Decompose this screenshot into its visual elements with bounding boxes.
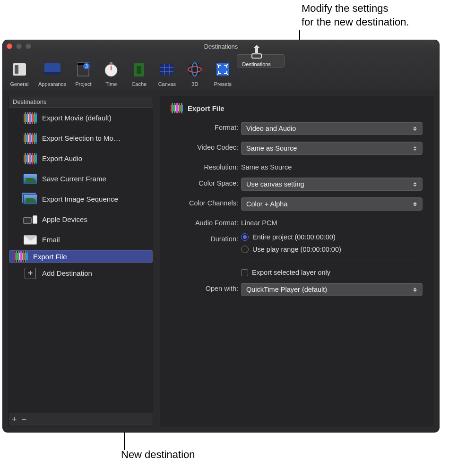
- tab-cache[interactable]: Cache: [125, 54, 153, 90]
- window-controls: [7, 43, 31, 49]
- sidebar-item-label: Export Movie (default): [42, 114, 112, 122]
- tab-presets[interactable]: Presets: [209, 54, 236, 90]
- select-value: QuickTime Player (default): [246, 286, 327, 293]
- sidebar-item-save-frame[interactable]: Save Current Frame: [9, 169, 153, 189]
- callout-new-destination: New destination: [121, 449, 195, 461]
- film-icon: [23, 112, 37, 124]
- switch-icon: [7, 60, 32, 79]
- sidebar-item-export-movie[interactable]: Export Movie (default): [9, 108, 153, 128]
- svg-rect-9: [110, 62, 112, 65]
- tab-label: 3D: [191, 81, 198, 87]
- sidebar-item-email[interactable]: Email: [9, 230, 153, 250]
- radio-label: Entire project (00:00:00:00): [252, 233, 336, 241]
- tab-label: Time: [105, 81, 117, 87]
- tab-project[interactable]: 3 Project: [69, 54, 97, 90]
- sidebar-item-label: Export Selection to Mo…: [42, 134, 121, 142]
- resolution-value: Same as Source: [241, 162, 423, 171]
- svg-rect-1: [15, 65, 18, 74]
- svg-text:3: 3: [86, 64, 88, 69]
- checkbox[interactable]: [241, 269, 248, 276]
- sidebar-item-label: Export File: [33, 253, 67, 261]
- add-button[interactable]: +: [12, 415, 17, 425]
- film-icon: [14, 250, 28, 263]
- svg-rect-18: [252, 54, 261, 58]
- sidebar-item-export-selection[interactable]: Export Selection to Mo…: [9, 128, 153, 148]
- format-select[interactable]: Video and Audio: [241, 122, 423, 135]
- stopwatch-icon: [100, 60, 122, 79]
- export-selected-row[interactable]: Export selected layer only: [241, 269, 423, 276]
- plus-box-icon: +: [25, 268, 36, 279]
- channels-select[interactable]: Color + Alpha: [241, 197, 423, 211]
- window-titlebar: Destinations: [3, 40, 439, 52]
- sidebar-item-add-destination[interactable]: +Add Destination: [9, 263, 153, 283]
- window-title: Destinations: [3, 43, 439, 50]
- svg-rect-12: [137, 66, 141, 74]
- format-label: Format:: [171, 122, 238, 135]
- sidebar-item-export-audio[interactable]: Export Audio: [9, 148, 153, 169]
- destination-detail-panel: Export File Format: Video and Audio Vide…: [160, 96, 433, 426]
- devices-icon: [23, 213, 37, 226]
- tab-canvas[interactable]: Canvas: [153, 54, 181, 90]
- sidebar-item-label: Add Destination: [42, 269, 92, 277]
- close-button[interactable]: [7, 43, 12, 49]
- resolution-label: Resolution:: [171, 162, 238, 171]
- radio-button[interactable]: [241, 246, 249, 253]
- sidebar-header: Destinations: [9, 96, 153, 108]
- film-icon: [23, 153, 37, 165]
- tab-label: Cache: [131, 81, 147, 87]
- chevron-updown-icon: [411, 124, 419, 133]
- share-icon: [246, 43, 268, 60]
- preferences-window: Destinations General Appearance 3 Projec…: [3, 40, 439, 432]
- callout-text: Modify the settings for the new destinat…: [302, 2, 409, 28]
- expand-icon: [212, 60, 233, 79]
- tab-label: Project: [75, 81, 91, 87]
- duration-radio-group: Entire project (00:00:00:00) Use play ra…: [241, 233, 423, 253]
- callout-modify-settings: Modify the settings for the new destinat…: [302, 2, 409, 29]
- sidebar-item-export-file[interactable]: Export File: [9, 250, 153, 263]
- svg-point-14: [188, 63, 201, 76]
- colorspace-label: Color Space:: [171, 178, 238, 191]
- detail-title: Export File: [188, 104, 224, 112]
- film-icon: [171, 103, 183, 113]
- tab-appearance[interactable]: Appearance: [35, 54, 69, 90]
- select-value: Use canvas setting: [246, 180, 304, 188]
- duration-label: Duration:: [171, 233, 238, 253]
- detail-title-row: Export File: [171, 103, 423, 113]
- chevron-updown-icon: [411, 179, 419, 189]
- checkbox-label: Export selected layer only: [252, 269, 330, 276]
- callout-text: New destination: [121, 449, 195, 460]
- grid-icon: [156, 60, 178, 79]
- tab-general[interactable]: General: [4, 54, 35, 90]
- tab-destinations[interactable]: Destinations: [237, 54, 285, 68]
- openwith-label: Open with:: [171, 283, 238, 296]
- sphere-icon: [184, 60, 206, 79]
- zoom-button[interactable]: [26, 43, 31, 49]
- chevron-updown-icon: [411, 199, 419, 209]
- colorspace-select[interactable]: Use canvas setting: [241, 178, 423, 191]
- sidebar-item-image-sequence[interactable]: Export Image Sequence: [9, 189, 153, 209]
- settings-form: Format: Video and Audio Video Codec: Sam…: [171, 122, 423, 296]
- tab-time[interactable]: Time: [97, 54, 125, 90]
- openwith-select[interactable]: QuickTime Player (default): [241, 283, 423, 296]
- preferences-toolbar: General Appearance 3 Project Time Cache …: [3, 52, 439, 90]
- svg-rect-3: [44, 72, 60, 75]
- tab-label: Appearance: [38, 81, 66, 87]
- sidebar-item-label: Apple Devices: [42, 215, 87, 223]
- sidebar-item-apple-devices[interactable]: Apple Devices: [9, 209, 153, 230]
- tab-3d[interactable]: 3D: [181, 54, 208, 90]
- separator: [241, 261, 423, 261]
- envelope-icon: [23, 234, 37, 246]
- radio-button[interactable]: [241, 233, 249, 241]
- audio-value: Linear PCM: [241, 217, 423, 227]
- photo-icon: [23, 173, 37, 185]
- remove-button[interactable]: −: [22, 415, 27, 425]
- channels-label: Color Channels:: [171, 197, 238, 211]
- duration-entire-row[interactable]: Entire project (00:00:00:00): [241, 233, 423, 241]
- chevron-updown-icon: [411, 285, 419, 294]
- desktop-icon: [40, 60, 65, 79]
- minimize-button[interactable]: [16, 43, 22, 49]
- destinations-list: Export Movie (default) Export Selection …: [9, 108, 153, 413]
- codec-select[interactable]: Same as Source: [241, 142, 423, 155]
- sidebar-item-label: Export Audio: [42, 154, 82, 162]
- duration-playrange-row[interactable]: Use play range (00:00:00:00): [241, 246, 423, 253]
